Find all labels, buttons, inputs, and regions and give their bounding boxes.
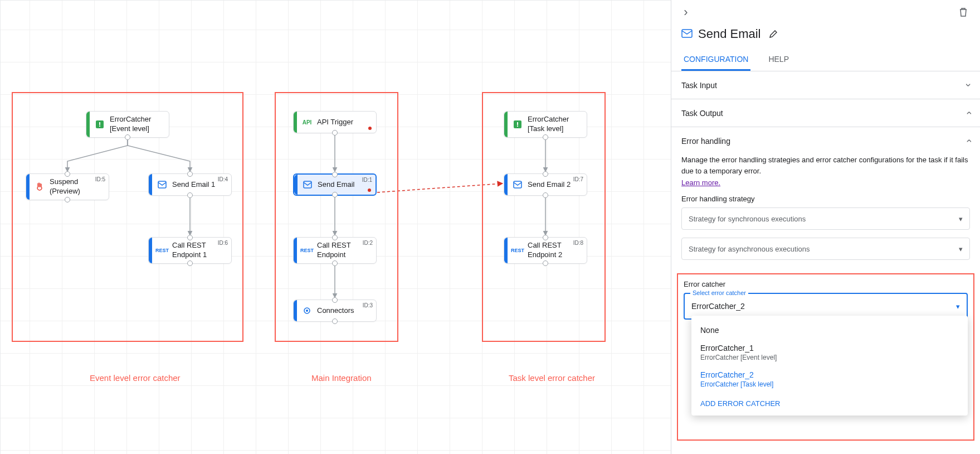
port-in[interactable] — [187, 171, 193, 177]
option-secondary: ErrorCatcher [Event level] — [700, 354, 959, 361]
error-icon — [512, 119, 523, 130]
mail-icon — [512, 179, 523, 190]
node-send-email-2[interactable]: Send Email 2 ID:7 — [504, 173, 587, 196]
node-id: ID:3 — [363, 302, 373, 308]
node-connectors[interactable]: Connectors ID:3 — [293, 300, 377, 322]
port-in[interactable] — [543, 235, 548, 240]
node-id: ID:7 — [573, 176, 583, 182]
port-out[interactable] — [187, 260, 193, 266]
collapse-panel-button[interactable] — [679, 6, 693, 19]
connectors-icon — [301, 305, 313, 316]
group-label-event: Event level error catcher — [90, 373, 181, 383]
port-in[interactable] — [332, 235, 338, 240]
port-out[interactable] — [543, 134, 548, 140]
port-out[interactable] — [332, 130, 338, 136]
canvas[interactable]: Event level error catcher Main Integrati… — [0, 0, 671, 454]
error-indicator-icon — [368, 189, 371, 192]
mail-icon — [157, 179, 168, 190]
chevron-down-icon: ▾ — [959, 215, 963, 223]
delete-button[interactable] — [957, 6, 970, 19]
node-id: ID:6 — [218, 240, 228, 246]
node-suspend[interactable]: Suspend (Preview) ID:5 — [26, 173, 109, 200]
option-primary: None — [700, 326, 719, 335]
dropdown-option-none[interactable]: None — [691, 321, 968, 339]
dropdown-option-1[interactable]: ErrorCatcher_1 ErrorCatcher [Event level… — [691, 339, 968, 366]
node-send-email[interactable]: Send Email ID:1 — [293, 173, 377, 196]
port-out[interactable] — [187, 192, 193, 198]
node-api-trigger[interactable]: API API Trigger — [293, 111, 377, 133]
group-label-task: Task level error catcher — [509, 373, 595, 383]
svg-rect-3 — [158, 181, 166, 188]
port-out[interactable] — [125, 134, 130, 140]
rest-icon: REST — [301, 245, 313, 256]
port-out[interactable] — [65, 197, 70, 202]
node-id: ID:5 — [95, 176, 105, 182]
section-error-handling[interactable]: Error handling — [671, 127, 980, 154]
node-id: ID:8 — [573, 240, 583, 246]
node-label: Send Email 2 — [528, 180, 571, 190]
error-icon — [94, 119, 105, 130]
group-label-main: Main Integration — [311, 373, 372, 383]
error-indicator-icon — [368, 127, 372, 130]
tab-help[interactable]: HELP — [766, 49, 791, 71]
node-error-catcher-event[interactable]: ErrorCatcher [Event level] — [86, 111, 169, 138]
error-handling-description: Manage the error handling strategies and… — [681, 154, 970, 176]
port-in[interactable] — [543, 171, 548, 177]
section-title: Task Output — [681, 109, 723, 118]
node-rest-2[interactable]: REST Call REST Endpoint 2 ID:8 — [504, 237, 587, 264]
collapse-icon — [963, 112, 974, 115]
section-title: Task Input — [681, 81, 717, 90]
node-label: API Trigger — [317, 118, 353, 127]
error-catcher-highlight-box: Error catcher Select error catcher Error… — [677, 273, 974, 441]
svg-rect-2 — [99, 125, 100, 127]
section-title: Error handling — [681, 137, 730, 146]
node-id: ID:4 — [218, 176, 228, 182]
port-in[interactable] — [187, 235, 193, 240]
node-id: ID:1 — [362, 177, 372, 183]
port-in[interactable] — [332, 297, 338, 303]
rest-icon: REST — [512, 245, 523, 256]
add-error-catcher-button[interactable]: ADD ERROR CATCHER — [691, 393, 968, 410]
node-label: ErrorCatcher [Event level] — [110, 115, 164, 134]
port-in[interactable] — [332, 172, 338, 177]
sync-strategy-select[interactable]: Strategy for synchronous executions ▾ — [681, 207, 970, 230]
section-task-output[interactable]: Task Output — [671, 99, 980, 127]
svg-rect-9 — [517, 125, 518, 127]
api-icon: API — [301, 117, 313, 128]
svg-point-6 — [306, 310, 308, 312]
svg-rect-11 — [682, 30, 692, 37]
rest-icon: REST — [157, 245, 168, 256]
port-out[interactable] — [543, 192, 548, 198]
mail-icon — [681, 29, 693, 40]
node-rest[interactable]: REST Call REST Endpoint ID:2 — [293, 237, 377, 264]
tab-configuration[interactable]: CONFIGURATION — [681, 49, 750, 71]
port-out[interactable] — [332, 260, 338, 266]
node-label: ErrorCatcher [Task level] — [528, 115, 582, 134]
chevron-down-icon: ▾ — [956, 302, 960, 311]
edit-title-button[interactable] — [767, 27, 780, 41]
port-in[interactable] — [65, 171, 70, 177]
dropdown-option-2[interactable]: ErrorCatcher_2 ErrorCatcher [Task level] — [691, 366, 968, 393]
chevron-down-icon: ▾ — [959, 245, 963, 253]
port-out[interactable] — [332, 318, 338, 324]
node-send-email-1[interactable]: Send Email 1 ID:4 — [148, 173, 232, 196]
svg-rect-8 — [517, 122, 518, 125]
async-strategy-select[interactable]: Strategy for asynchronous executions ▾ — [681, 238, 970, 260]
svg-rect-4 — [304, 181, 311, 188]
node-error-catcher-task[interactable]: ErrorCatcher [Task level] — [504, 111, 587, 138]
panel-title: Send Email — [698, 27, 761, 41]
svg-rect-10 — [514, 181, 521, 188]
expand-icon — [963, 84, 974, 87]
error-catcher-dropdown: None ErrorCatcher_1 ErrorCatcher [Event … — [691, 316, 968, 416]
option-primary: ErrorCatcher_1 — [700, 344, 754, 352]
port-out[interactable] — [543, 260, 548, 266]
select-float-label: Select error catcher — [690, 289, 748, 296]
select-value: ErrorCatcher_2 — [691, 302, 745, 311]
learn-more-link[interactable]: Learn more. — [681, 178, 720, 187]
node-rest-1[interactable]: REST Call REST Endpoint 1 ID:6 — [148, 237, 232, 264]
error-catcher-label: Error catcher — [684, 280, 968, 288]
section-task-input[interactable]: Task Input — [671, 71, 980, 99]
port-out[interactable] — [332, 192, 338, 197]
option-primary: ErrorCatcher_2 — [700, 370, 754, 379]
mail-icon — [302, 179, 313, 190]
